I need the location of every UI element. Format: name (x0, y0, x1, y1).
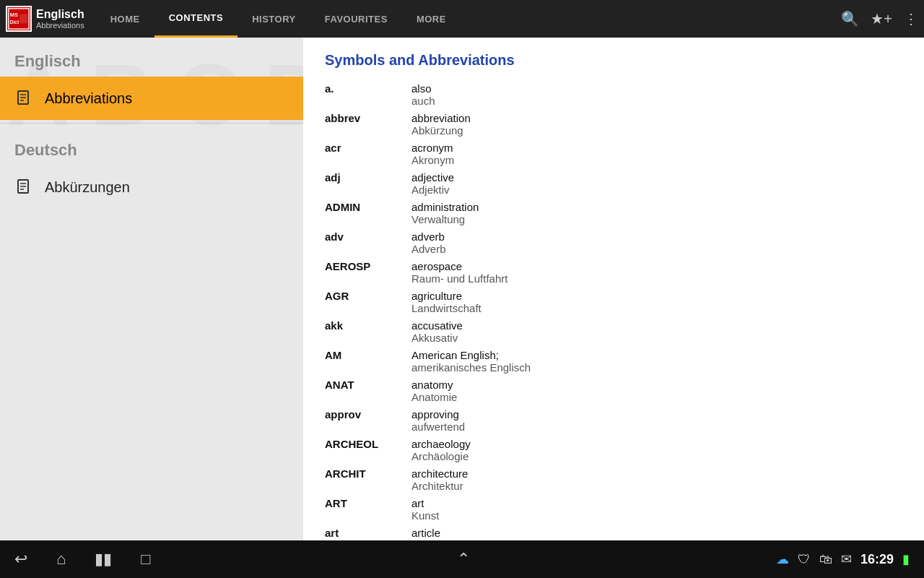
table-row: abbrev abbreviation Abkürzung (325, 110, 902, 139)
abbrev-german: Abkürzung (411, 124, 902, 139)
abbrev-values: aerospace Raum- und Luftfahrt (411, 258, 902, 288)
abbrev-english: also (411, 80, 902, 95)
logo-text: Englisch Abbreviations (36, 8, 84, 30)
abbrev-german: Raum- und Luftfahrt (411, 272, 902, 288)
table-row: art article Artikel (325, 525, 902, 540)
abbrev-english: article (411, 525, 902, 539)
abbrev-english: adverb (411, 228, 902, 243)
content-panel: Symbols and Abbreviations a. also auch a… (303, 38, 924, 540)
home-button[interactable]: ⌂ (56, 550, 66, 569)
app-subtitle: Abbreviations (36, 21, 84, 30)
abbrev-values: article Artikel (411, 525, 902, 540)
logo-icon: MS Dict (6, 6, 32, 32)
abbrev-values: adjective Adjektiv (411, 169, 902, 199)
store-icon: 🛍 (819, 552, 832, 567)
search-icon[interactable]: 🔍 (841, 10, 859, 27)
tab-history[interactable]: HISTORY (237, 0, 310, 38)
sidebar-divider (0, 123, 303, 124)
abbrev-english: agriculture (411, 288, 902, 302)
abbrev-key: ARCHEOL (325, 436, 411, 465)
abbrev-english: aerospace (411, 258, 902, 272)
document-icon (14, 88, 35, 108)
abbrev-values: also auch (411, 80, 902, 110)
table-row: ADMIN administration Verwaltung (325, 199, 902, 228)
abbrev-values: archaeology Archäologie (411, 436, 902, 465)
abbrev-key: akk (325, 317, 411, 347)
abbrev-key: approv (325, 406, 411, 436)
battery-icon: ▮ (902, 551, 910, 567)
document-icon-de (14, 177, 35, 197)
app-logo: MS Dict Englisch Abbreviations (6, 6, 84, 32)
sidebar-item-abbreviations[interactable]: Abbreviations (0, 77, 303, 120)
nav-tabs: HOME CONTENTS HISTORY FAVOURITES MORE (96, 0, 842, 38)
abbrev-key: a. (325, 80, 411, 110)
abbrev-key: adv (325, 228, 411, 258)
overflow-menu-icon[interactable]: ⋮ (904, 10, 918, 27)
abbrev-english: approving (411, 406, 902, 420)
content-title: Symbols and Abbreviations (325, 52, 902, 69)
abbrev-values: approving aufwertend (411, 406, 902, 436)
abbrev-german: Architektur (411, 480, 902, 495)
security-icon: 🛡 (798, 552, 811, 567)
favourite-add-icon[interactable]: ★+ (871, 10, 892, 27)
abbrev-key: AGR (325, 288, 411, 317)
abbreviations-table: a. also auch abbrev abbreviation Abkürzu… (325, 80, 902, 540)
abbrev-values: agriculture Landwirtschaft (411, 288, 902, 317)
abbrev-key: art (325, 525, 411, 540)
abbrev-values: architecture Architektur (411, 465, 902, 495)
main-content: A B C D E F G H I J K L M N O P Englisch… (0, 38, 924, 540)
abbrev-english: architecture (411, 465, 902, 480)
abbrev-values: art Kunst (411, 495, 902, 525)
abbrev-german: Akkusativ (411, 332, 902, 347)
svg-text:MS: MS (10, 12, 18, 18)
abbrev-key: AM (325, 347, 411, 376)
abbrev-key: ANAT (325, 376, 411, 406)
abbrev-german: Archäologie (411, 450, 902, 465)
abbrev-key: abbrev (325, 110, 411, 139)
abbrev-values: adverb Adverb (411, 228, 902, 258)
tab-more[interactable]: MORE (402, 0, 461, 38)
abbrev-english: anatomy (411, 376, 902, 391)
sidebar-item-abkuerzungen[interactable]: Abkürzungen (0, 165, 303, 209)
abbrev-key: adj (325, 169, 411, 199)
abbreviations-label: Abbreviations (45, 90, 132, 107)
svg-rect-4 (19, 14, 27, 23)
bottom-status-area: ☁ 🛡 🛍 ✉ 16:29 ▮ (776, 551, 910, 567)
abbrev-key: ADMIN (325, 199, 411, 228)
abbrev-english: archaeology (411, 436, 902, 450)
abkuerzungen-label: Abkürzungen (45, 179, 130, 196)
abbrev-german: Akronym (411, 154, 902, 169)
system-time: 16:29 (860, 552, 894, 567)
bottom-system-bar: ↩ ⌂ ▮▮ □ ⌃ ☁ 🛡 🛍 ✉ 16:29 ▮ (0, 540, 924, 578)
table-row: akk accusative Akkusativ (325, 317, 902, 347)
table-row: ARCHIT architecture Architektur (325, 465, 902, 495)
tab-home[interactable]: HOME (96, 0, 154, 38)
abbrev-values: acronym Akronym (411, 139, 902, 169)
back-button[interactable]: ↩ (14, 550, 27, 569)
svg-text:Dict: Dict (10, 20, 19, 25)
abbrev-english: accusative (411, 317, 902, 332)
abbrev-german: Verwaltung (411, 213, 902, 228)
abbrev-german: Adverb (411, 243, 902, 258)
table-row: AM American English; amerikanisches Engl… (325, 347, 902, 376)
abbrev-german: Landwirtschaft (411, 302, 902, 317)
recents-button[interactable]: ▮▮ (95, 550, 112, 569)
abbrev-values: accusative Akkusativ (411, 317, 902, 347)
table-row: AEROSP aerospace Raum- und Luftfahrt (325, 258, 902, 288)
abbrev-english: abbreviation (411, 110, 902, 124)
up-chevron-icon: ⌃ (457, 550, 470, 569)
tab-contents[interactable]: CONTENTS (154, 0, 238, 38)
screenshot-button[interactable]: □ (141, 550, 150, 569)
tab-favourites[interactable]: FAVOURITES (310, 0, 402, 38)
bottom-navigation: ↩ ⌂ ▮▮ □ (14, 550, 151, 569)
abbrev-german: Adjektiv (411, 184, 902, 199)
sidebar: A B C D E F G H I J K L M N O P Englisch… (0, 38, 303, 540)
abbrev-values: abbreviation Abkürzung (411, 110, 902, 139)
abbrev-values: American English; amerikanisches Englisc… (411, 347, 902, 376)
table-row: ANAT anatomy Anatomie (325, 376, 902, 406)
abbrev-german: Kunst (411, 509, 902, 525)
abbrev-values: administration Verwaltung (411, 199, 902, 228)
nav-action-icons: 🔍 ★+ ⋮ (841, 10, 918, 27)
abbrev-key: AEROSP (325, 258, 411, 288)
abbrev-german: auch (411, 95, 902, 110)
